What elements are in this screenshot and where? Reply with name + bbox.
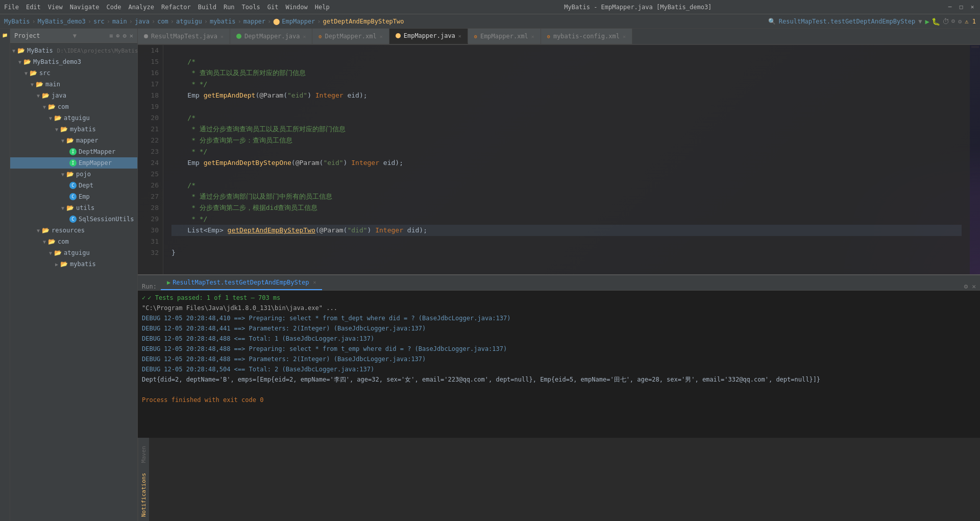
bc-mybatis2[interactable]: mybatis xyxy=(210,18,236,25)
menu-refactor[interactable]: Refactor xyxy=(161,4,191,11)
run-config-name[interactable]: ResultMapTest.testGetDeptAndEmpByStep xyxy=(779,18,915,25)
menu-edit[interactable]: Edit xyxy=(26,4,41,11)
tree-mybatis-pkg[interactable]: ▼ 📂 mybatis xyxy=(10,124,137,135)
tree-res-com-icon: 📂 xyxy=(48,238,56,245)
menu-view[interactable]: View xyxy=(48,4,63,11)
settings-icon[interactable]: ⚙ xyxy=(958,18,962,25)
tab-resultmaptest[interactable]: ResultMapTest.java ✕ xyxy=(138,29,230,44)
run-button[interactable]: ▶ xyxy=(925,17,929,26)
bc-empmapper[interactable]: ⬤ xyxy=(273,18,280,25)
tab-dot xyxy=(144,34,148,38)
close-tab-resultmaptest[interactable]: ✕ xyxy=(220,34,224,39)
close-tab-deptxml[interactable]: ✕ xyxy=(380,34,383,39)
title-bar: File Edit View Navigate Code Analyze Ref… xyxy=(0,0,980,14)
right-panel-tabs: Maven Notifications xyxy=(138,438,149,521)
bc-mybatis[interactable]: MyBatis xyxy=(4,18,30,25)
bc-com[interactable]: com xyxy=(157,18,168,25)
tab-mybatis-config[interactable]: ⚙ mybatis-config.xml ✕ xyxy=(541,29,632,44)
side-tab-maven[interactable]: Maven xyxy=(138,442,149,467)
settings-icon[interactable]: ⚙ xyxy=(123,32,127,39)
coverage-button[interactable]: ⏱ xyxy=(942,17,949,26)
tree-res-com[interactable]: ▼ 📂 com xyxy=(10,236,137,247)
close-tab-config[interactable]: ✕ xyxy=(623,34,626,39)
code-punc-24a: ( xyxy=(291,157,296,169)
debug-button[interactable]: 🐛 xyxy=(932,17,940,26)
close-button[interactable]: ✕ xyxy=(969,4,976,11)
menu-bar[interactable]: File Edit View Navigate Code Analyze Ref… xyxy=(4,4,330,11)
tree-sqlsession[interactable]: C SqlSessionUtils xyxy=(10,214,137,225)
tree-empmapper[interactable]: I EmpMapper xyxy=(10,157,137,169)
bc-demo3[interactable]: MyBatis_demo3 xyxy=(38,18,86,25)
menu-window[interactable]: Window xyxy=(285,4,307,11)
tree-pojo-icon: 📂 xyxy=(66,171,74,178)
close-tab-empxml[interactable]: ✕ xyxy=(531,34,534,39)
code-comment-21: * 通过分步查询查询员工以及员工所对应的部门信息 xyxy=(172,124,346,135)
tree-java-folder[interactable]: ▼ 📂 java xyxy=(10,90,137,101)
side-tab-notifications[interactable]: Notifications xyxy=(138,469,149,521)
bc-method[interactable]: getDeptAndEmpByStepTwo xyxy=(323,18,404,25)
menu-code[interactable]: Code xyxy=(107,4,121,11)
menu-analyze[interactable]: Analyze xyxy=(128,4,154,11)
tree-emp[interactable]: C Emp xyxy=(10,191,137,202)
tab-deptmapper-xml[interactable]: ⚙ DeptMapper.xml ✕ xyxy=(312,29,389,44)
tree-mybatis-root[interactable]: ▼ 📂 MyBatis D:\IDEA\projects\MyBatis xyxy=(10,45,137,56)
bottom-tab-run[interactable]: ▶ ResultMapTest.testGetDeptAndEmpByStep … xyxy=(161,276,323,290)
bottom-settings-icon[interactable]: ⚙ ✕ xyxy=(964,282,976,290)
bc-empmapper-label[interactable]: EmpMapper xyxy=(282,18,315,25)
code-punc-18a: ( xyxy=(255,90,259,101)
tree-src-icon: 📂 xyxy=(30,69,37,77)
bc-mapper[interactable]: mapper xyxy=(243,18,265,25)
menu-run[interactable]: Run xyxy=(224,4,235,11)
tree-res-mybatis[interactable]: ▶ 📂 mybatis xyxy=(10,258,137,270)
menu-navigate[interactable]: Navigate xyxy=(70,4,100,11)
project-tree: ▼ 📂 MyBatis D:\IDEA\projects\MyBatis ▼ 📂… xyxy=(10,43,137,521)
search-icon[interactable]: 🔍 xyxy=(768,18,776,25)
tree-dept[interactable]: C Dept xyxy=(10,180,137,191)
more-run-options[interactable]: ⚙ xyxy=(951,17,955,26)
menu-build[interactable]: Build xyxy=(198,4,216,11)
window-controls[interactable]: ─ □ ✕ xyxy=(946,4,976,11)
tab-deptmapper-java[interactable]: DeptMapper.java ✕ xyxy=(230,29,312,44)
maximize-button[interactable]: □ xyxy=(958,4,965,11)
editor-tabs: ResultMapTest.java ✕ DeptMapper.java ✕ ⚙… xyxy=(138,29,980,45)
notification-icon[interactable]: ⚠ 1 xyxy=(965,18,976,25)
tree-main[interactable]: ▼ 📂 main xyxy=(10,79,137,90)
project-icon[interactable]: 📁 xyxy=(1,31,10,40)
project-dropdown-icon[interactable]: ▼ xyxy=(73,32,77,39)
tree-resources[interactable]: ▼ 📂 resources xyxy=(10,225,137,236)
code-content[interactable]: /* * 查询员工以及员工所对应的部门信息 * */ xyxy=(163,45,970,274)
dropdown-icon[interactable]: ▼ xyxy=(918,18,922,25)
bc-java[interactable]: java xyxy=(135,18,150,25)
close-run-tab[interactable]: ✕ xyxy=(313,279,316,285)
collapse-all-icon[interactable]: ≡ xyxy=(109,32,113,39)
minimize-button[interactable]: ─ xyxy=(946,4,953,11)
bc-src[interactable]: src xyxy=(93,18,105,25)
tree-res-atguigu[interactable]: ▼ 📂 atguigu xyxy=(10,247,137,258)
line-num-24: 24 xyxy=(142,157,159,169)
tree-demo3[interactable]: ▼ 📂 MyBatis_demo3 xyxy=(10,56,137,67)
tree-com[interactable]: ▼ 📂 com xyxy=(10,101,137,112)
close-panel-icon[interactable]: ✕ xyxy=(130,32,133,39)
tree-mapper-icon: 📂 xyxy=(66,137,74,144)
tab-empmapper-java[interactable]: EmpMapper.java ✕ xyxy=(389,29,468,44)
menu-help[interactable]: Help xyxy=(315,4,330,11)
test-pass-icon: ✓ xyxy=(142,293,145,303)
menu-file[interactable]: File xyxy=(4,4,19,11)
tree-mapper-folder[interactable]: ▼ 📂 mapper xyxy=(10,135,137,146)
menu-git[interactable]: Git xyxy=(267,4,279,11)
tree-utils[interactable]: ▼ 📂 utils xyxy=(10,202,137,214)
bc-atguigu[interactable]: atguigu xyxy=(176,18,202,25)
close-tab-deptmapper[interactable]: ✕ xyxy=(303,34,306,39)
tree-atguigu[interactable]: ▼ 📂 atguigu xyxy=(10,112,137,124)
locate-file-icon[interactable]: ⊕ xyxy=(116,32,119,39)
tree-deptmapper[interactable]: I DeptMapper xyxy=(10,146,137,157)
code-var-30: did); xyxy=(403,225,427,236)
code-type-24: Emp xyxy=(187,157,203,169)
tree-src[interactable]: ▼ 📂 src xyxy=(10,67,137,79)
console-debug-5: DEBUG 12-05 20:28:48,488 ==> Parameters:… xyxy=(142,354,426,364)
tab-empmapper-xml[interactable]: ⚙ EmpMapper.xml ✕ xyxy=(468,29,541,44)
close-tab-empmapper[interactable]: ✕ xyxy=(458,33,461,39)
menu-tools[interactable]: Tools xyxy=(242,4,260,11)
tree-pojo[interactable]: ▼ 📂 pojo xyxy=(10,169,137,180)
bc-main[interactable]: main xyxy=(112,18,127,25)
